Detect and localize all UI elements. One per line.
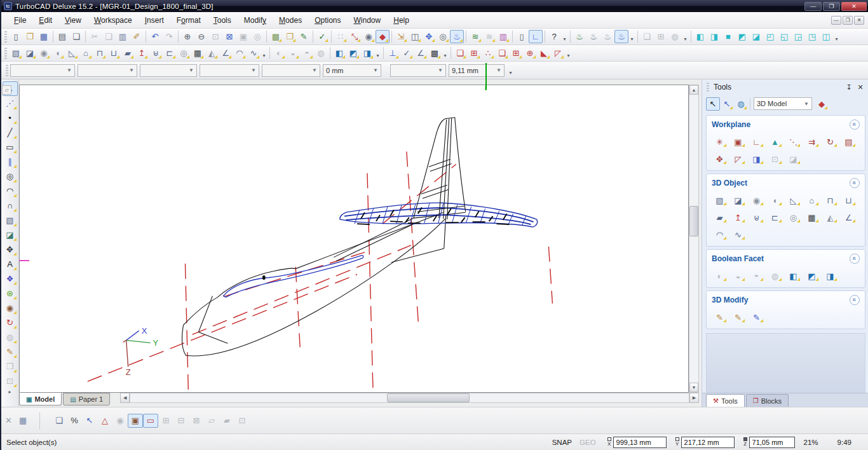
property-combo-1[interactable]: ▼	[10, 64, 75, 77]
mode-dropdown[interactable]: 3D Model ▼	[754, 97, 812, 110]
wedge-3d-button[interactable]: ◺	[65, 46, 79, 60]
view-iso-se-button[interactable]: ◧	[693, 30, 707, 43]
maximize-button[interactable]: ❐	[823, 2, 840, 11]
property-combo-6[interactable]: 0 mm▼	[323, 64, 381, 77]
view-left-button[interactable]: ◪	[749, 30, 763, 43]
obj-revolve-button[interactable]: ⊎	[749, 211, 764, 224]
compound-profile-button[interactable]: ◉	[112, 414, 128, 428]
spline-tool-button[interactable]: ∩	[3, 198, 18, 213]
workplane-3points-button[interactable]: ✓	[400, 46, 414, 60]
property-combo-3[interactable]: ▼	[140, 64, 197, 77]
parallel-lines-tool-button[interactable]: ∥	[3, 154, 18, 169]
view-right-button[interactable]: ◰	[763, 30, 777, 43]
selector-rotate-button[interactable]: ⊠	[189, 414, 204, 428]
boolean-slice-button[interactable]: ◍	[314, 46, 328, 60]
render-quality-button[interactable]: ♨	[614, 30, 628, 43]
inspector-grid-icon[interactable]: ▦	[19, 416, 36, 425]
explode-button[interactable]: ∴	[481, 46, 495, 60]
box-3d-tool-button[interactable]: ▧	[3, 213, 18, 228]
obj-slab-button[interactable]: ▰	[712, 211, 728, 224]
context-help-button[interactable]: ?	[547, 30, 561, 43]
snap-toggle[interactable]: SNAP	[548, 439, 576, 446]
circle-tool-button[interactable]: ◎	[3, 169, 18, 184]
obj-cylinder-button[interactable]: ⊓	[822, 194, 838, 207]
edit-3d-tool-button[interactable]: ✎	[3, 344, 18, 359]
drawing-canvas[interactable]: X Y Z	[19, 85, 689, 393]
prism-3d-button[interactable]: ⌂	[79, 46, 93, 60]
menu-options[interactable]: Options	[308, 13, 347, 27]
mdi-minimize-button[interactable]: —	[831, 16, 841, 25]
degenerative-faceting-button[interactable]: △	[97, 414, 112, 428]
property-combo-7[interactable]: ▼	[390, 64, 446, 77]
assemble-tool-button[interactable]: ❒	[3, 359, 18, 374]
facet-add-button[interactable]: ◧	[785, 269, 801, 282]
minimize-button[interactable]: —	[804, 2, 822, 11]
paint-tool-button[interactable]: ❖	[3, 271, 18, 286]
scroll-down-button[interactable]: ▼	[689, 383, 698, 392]
obj-pyramid-button[interactable]: ◭	[822, 211, 838, 224]
wp-rotated-button[interactable]: ↻	[822, 135, 838, 148]
panel-node-select-button[interactable]: ↖	[720, 97, 734, 111]
collapse-chevron-icon[interactable]: «	[850, 178, 860, 188]
ungroup-button[interactable]: ⊞	[467, 46, 481, 60]
view-cube-button[interactable]: ◫	[408, 30, 422, 43]
wp-by-3points-button[interactable]: ▲	[767, 135, 783, 148]
render-wireframe-button[interactable]: ♨	[573, 30, 587, 43]
wp-select-button[interactable]: ◸	[730, 153, 746, 165]
bool-slice-button[interactable]: ◍	[767, 269, 783, 282]
bool-intersect-button[interactable]: ◓	[749, 269, 764, 282]
scale-copy-button[interactable]: %	[67, 414, 82, 428]
inspector-close-icon[interactable]: ✕	[5, 416, 19, 425]
lock-aspect-button[interactable]: ⊡	[234, 414, 250, 428]
obj-spline-3d-button[interactable]: ∿	[730, 228, 746, 241]
visual-style-hidden-button[interactable]: ≋	[482, 30, 496, 43]
view-back-button[interactable]: ◩	[735, 30, 749, 43]
view-iso-ne-button[interactable]: ◳	[805, 30, 819, 43]
sheet-tab-model[interactable]: ▣Model	[19, 393, 62, 406]
property-combo-8[interactable]: 9,11 mm▼	[449, 64, 505, 77]
no-snap-button[interactable]: ∷	[334, 30, 348, 43]
redo-button[interactable]: ↷	[162, 30, 176, 43]
bool-subtract-button[interactable]: ◒	[730, 269, 746, 282]
wp-offset-button[interactable]: ⇉	[804, 135, 820, 148]
point-tool-button[interactable]: •	[3, 111, 18, 125]
wp-by-world-button[interactable]: ✳	[712, 135, 728, 148]
obj-rail-sweep-button[interactable]: ⊏	[767, 211, 783, 224]
rotate-view-tool-button[interactable]: ↻	[3, 315, 18, 330]
collapse-chevron-icon[interactable]: «	[850, 119, 860, 130]
property-combo-2[interactable]: ▼	[78, 64, 137, 77]
toolbar-overflow-button[interactable]: ▾	[628, 31, 635, 43]
camera-view-button[interactable]: ◎	[436, 30, 450, 43]
workplane-hatch-button[interactable]: ▩	[428, 46, 442, 60]
menu-tools[interactable]: Tools	[207, 13, 238, 27]
save-view-button[interactable]: ⇲	[394, 30, 408, 43]
toolbar-overflow-button[interactable]: ▾	[565, 47, 572, 60]
render-toggle-button[interactable]: ♨	[450, 30, 464, 43]
y-coordinate-input[interactable]: 217,12 mm	[681, 437, 735, 448]
toolbar-overflow-button[interactable]: ▾	[261, 47, 268, 60]
boolean-add-button[interactable]: ◐	[272, 46, 286, 60]
vertical-scrollbar[interactable]: ▲ ▼	[689, 85, 699, 393]
polyline-3d-button[interactable]: ∠	[219, 46, 233, 60]
zoom-out-button[interactable]: ⊖	[194, 30, 208, 43]
render-hidden-line-button[interactable]: ♨	[587, 30, 600, 43]
obj-rotated-box-button[interactable]: ◪	[730, 194, 746, 207]
material-colors-button[interactable]: ▥	[496, 30, 510, 43]
menu-format[interactable]: Format	[170, 13, 207, 27]
selector-resize-button[interactable]: ⊞	[158, 414, 173, 428]
rotated-box-3d-button[interactable]: ◪	[23, 46, 37, 60]
scroll-up-button[interactable]: ▲	[689, 85, 698, 95]
create-group-button[interactable]: ❏	[453, 46, 467, 60]
selector-perspective-button[interactable]: ▰	[219, 414, 234, 428]
wp-by-axis-button[interactable]: ∟	[749, 135, 764, 148]
edit-group-button[interactable]: ❏	[640, 30, 654, 43]
obj-wedge-button[interactable]: ◺	[785, 194, 801, 207]
hemisphere-3d-button[interactable]: ◖	[51, 46, 65, 60]
obj-box-button[interactable]: ▧	[712, 194, 728, 207]
format-painter-button[interactable]: ✐	[130, 30, 144, 43]
new-drawing-button[interactable]: ▯	[9, 30, 23, 43]
facet-subtract-button[interactable]: ◩	[804, 269, 820, 282]
revolve-3d-button[interactable]: ⊎	[149, 46, 163, 60]
print-preview-button[interactable]: ❏	[69, 30, 83, 43]
obj-offset-cylinder-button[interactable]: ⊔	[841, 194, 857, 207]
